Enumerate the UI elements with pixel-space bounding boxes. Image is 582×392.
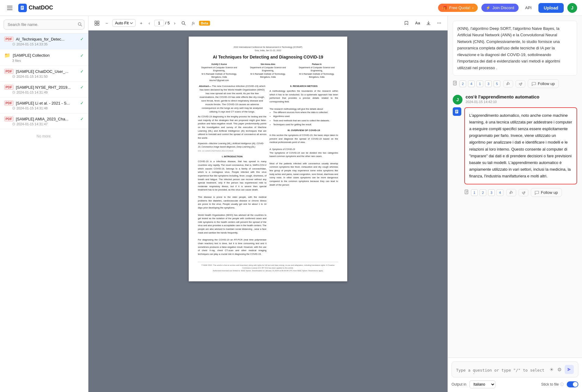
font-size-button[interactable]: Aa [413, 20, 422, 27]
more-options-button[interactable] [435, 20, 443, 27]
search-button[interactable] [78, 22, 82, 27]
svg-rect-1 [7, 8, 12, 8]
ai-follow-up-button[interactable]: Follow up [531, 188, 562, 197]
upload-button[interactable]: Upload [538, 3, 564, 13]
settings-button[interactable]: ⚙ [557, 366, 562, 373]
file-item-5[interactable]: PDF [SAMPLE] AMIA_2023_Cha... ✓ 2024-01-… [0, 113, 88, 129]
ai-icon [453, 107, 461, 116]
page-icon-prev [453, 81, 458, 87]
user-header: J cos'è l'apprendimento automatico 2024-… [453, 94, 577, 105]
prev-thumbs-up-button[interactable] [503, 80, 513, 87]
promo-button[interactable]: 🎁 Free Quota! › [438, 4, 478, 12]
avatar-letter: J [571, 5, 573, 10]
page-separator: / [165, 21, 166, 25]
user-question-message: J cos'è l'apprendimento automatico 2024-… [453, 94, 577, 198]
pdf-icon-3: PDF [4, 85, 13, 90]
svg-rect-38 [521, 83, 522, 84]
page-input[interactable] [154, 20, 164, 26]
user-avatar[interactable]: J [567, 3, 577, 13]
page-control: / 5 [154, 20, 170, 26]
prev-page-ref-4[interactable]: 4 [468, 80, 475, 87]
user-question-date: 2024-01-15 14:42:10 [466, 100, 539, 104]
check-icon-2: ✓ [80, 69, 84, 74]
prev-chat-message: (KNN), l'algoritmo Deep SORT, l'algoritm… [453, 21, 577, 89]
discord-label: Join Discord [492, 5, 514, 10]
chat-input-area: ☀ ⚙ Output in Italiano English Español F… [448, 358, 582, 392]
user-info: cos'è l'apprendimento automatico 2024-01… [466, 94, 539, 105]
svg-point-31 [439, 23, 439, 23]
beta-badge: Beta [199, 21, 210, 26]
author-3: Parkavi A Department of Computer Science… [295, 63, 338, 82]
prev-thumbs-down-button[interactable] [516, 80, 525, 87]
file-name-4: [SAMPLE] Li et al. - 2021 - S... [16, 101, 78, 105]
svg-rect-2 [7, 9, 12, 10]
pdf-col-right: II. RESEARCH METODS A methodology specif… [270, 84, 338, 258]
prev-page-ref-3[interactable]: 3 [485, 80, 492, 87]
collection-item[interactable]: 📁 [SAMPLE] Collection ✓ 3 files [0, 49, 88, 66]
page-icon-ai [464, 190, 469, 196]
check-icon-collection: ✓ [80, 53, 84, 58]
file-name-2: [SAMPLE] ChatDOC_User_... [16, 69, 78, 74]
thumbnail-view-button[interactable] [93, 20, 101, 27]
prev-page-ref-1[interactable]: 1 [477, 80, 483, 87]
ai-page-ref-1[interactable]: 1 [471, 189, 478, 196]
prev-page-ref-5[interactable]: 5 [494, 80, 500, 87]
file-item-0[interactable]: PDF AI_Techniques_for_Detec... ✓ 2024-01… [0, 34, 88, 49]
ai-thumbs-down-button[interactable] [519, 189, 528, 196]
output-language-select[interactable]: Italiano English Español Français Deutsc… [470, 380, 495, 388]
pdf-toolbar: − Auto Fit + ‹ / 5 › fx Beta [88, 16, 448, 30]
sidebar: PDF AI_Techniques_for_Detec... ✓ 2024-01… [0, 16, 88, 392]
download-button[interactable] [424, 20, 433, 27]
svg-rect-25 [97, 21, 99, 23]
promo-label: Free Quota! [449, 5, 470, 10]
prev-page-ref-2[interactable]: 2 [459, 80, 466, 87]
svg-rect-26 [95, 23, 97, 25]
next-page-button[interactable]: › [172, 20, 177, 27]
prev-page-button[interactable]: ‹ [147, 20, 152, 27]
file-item-2[interactable]: PDF [SAMPLE] ChatDOC_User_... ✓ 2024-01-… [0, 66, 88, 82]
send-button[interactable] [565, 365, 574, 374]
ai-thumbs-up-button[interactable] [506, 189, 516, 196]
chat-input[interactable] [456, 368, 546, 374]
upload-label: Upload [544, 5, 558, 10]
sidebar-toggle-button[interactable] [5, 3, 15, 13]
ai-page-ref-2[interactable]: 2 [480, 189, 486, 196]
page-total: 5 [167, 21, 170, 25]
search-in-pdf-button[interactable] [180, 20, 187, 27]
ai-page-ref-3[interactable]: 3 [488, 189, 495, 196]
folder-icon: 📁 [4, 52, 10, 58]
chat-footer-opts: Output in Italiano English Español Franç… [452, 377, 578, 388]
file-date-0: 2024-01-15 14:33:35 [12, 42, 84, 46]
fit-selector[interactable]: Auto Fit [112, 19, 136, 27]
stick-label-text: Stick to file [541, 382, 559, 387]
output-label: Output in [452, 382, 466, 387]
search-input[interactable] [4, 20, 84, 30]
pdf-icon-4: PDF [4, 101, 13, 105]
zoom-out-button[interactable]: − [104, 20, 110, 27]
check-icon-3: ✓ [80, 85, 84, 90]
gift-icon: 🎁 [442, 5, 447, 10]
file-date-5: 2024-01-15 14:31:47 [12, 122, 84, 126]
discord-button[interactable]: ⚡ Join Discord [481, 4, 519, 12]
file-item-3[interactable]: PDF [SAMPLE] NYSE_RHT_2019... ✓ 2024-01-… [0, 82, 88, 98]
ai-response-text: L'apprendimento automatico, noto anche c… [464, 107, 577, 184]
ai-page-ref-4[interactable]: 4 [497, 189, 503, 196]
svg-rect-37 [507, 84, 508, 85]
keywords-section: Keywords—Machine Learning (ML), Artifici… [198, 142, 266, 152]
svg-rect-47 [510, 192, 511, 194]
info-icon[interactable]: ⓘ [560, 382, 564, 387]
prev-follow-up-button[interactable]: Follow up [528, 79, 559, 88]
svg-point-32 [440, 23, 441, 23]
brand-logo: ChatDOC [18, 4, 53, 12]
svg-rect-48 [524, 191, 525, 193]
formula-button[interactable]: fx [190, 20, 196, 27]
file-item-4[interactable]: PDF [SAMPLE] Li et al. - 2021 - S... ✓ 2… [0, 98, 88, 113]
conference-title: 2022 International Conference for Advanc… [198, 46, 338, 52]
pdf-content: 2022 International Conference for Advanc… [88, 30, 448, 392]
file-name-5: [SAMPLE] AMIA_2023_Cha... [16, 117, 78, 121]
stick-to-file-toggle[interactable] [567, 381, 578, 387]
brightness-button[interactable]: ☀ [549, 366, 554, 373]
bookmark-button[interactable] [402, 20, 411, 27]
zoom-in-button[interactable]: + [138, 20, 144, 27]
api-button[interactable]: API [522, 4, 535, 12]
